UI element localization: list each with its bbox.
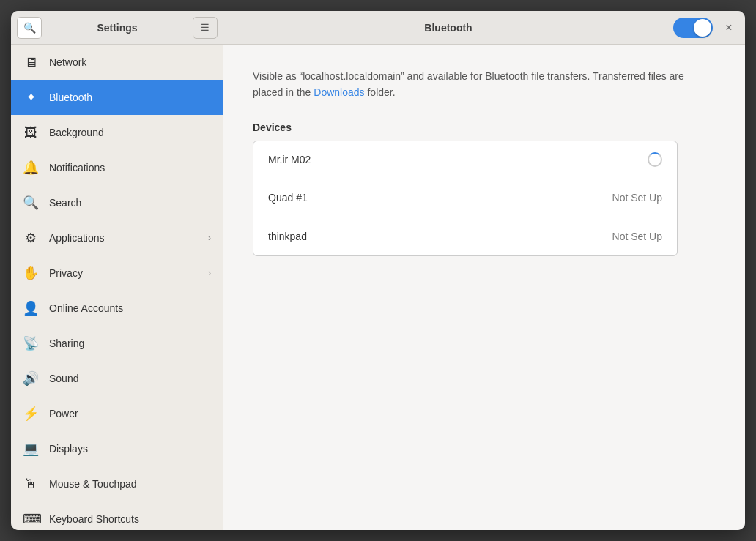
sidebar-item-sharing[interactable]: 📡 Sharing — [11, 326, 223, 361]
close-button[interactable]: × — [719, 18, 739, 38]
content-area: 🖥 Network ✦ Bluetooth 🖼 Background 🔔 Not… — [11, 45, 745, 530]
titlebar: 🔍 Settings ☰ Bluetooth × — [11, 11, 745, 45]
page-title: Bluetooth — [424, 22, 472, 34]
online-accounts-icon: 👤 — [23, 300, 39, 316]
sidebar-item-background[interactable]: 🖼 Background — [11, 115, 223, 150]
sidebar-item-privacy[interactable]: ✋ Privacy › — [11, 255, 223, 291]
device-name-mr-m02: Mr.ir M02 — [268, 154, 648, 165]
sidebar-item-bluetooth[interactable]: ✦ Bluetooth — [11, 80, 223, 115]
connecting-spinner — [648, 152, 662, 167]
sidebar-item-mouse-touchpad[interactable]: 🖱 Mouse & Touchpad — [11, 466, 223, 501]
device-name-thinkpad: thinkpad — [268, 231, 612, 242]
device-row-mr-m02[interactable]: Mr.ir M02 — [253, 141, 677, 179]
keyboard-icon: ⌨ — [23, 511, 39, 527]
sidebar-item-displays[interactable]: 💻 Displays — [11, 431, 223, 466]
titlebar-center: Bluetooth — [223, 22, 673, 34]
downloads-link[interactable]: Downloads — [314, 86, 364, 98]
sidebar-label-sharing: Sharing — [49, 337, 211, 349]
devices-list: Mr.ir M02 Quad #1 Not Set Up thinkpad No… — [253, 141, 678, 256]
main-panel: Visible as “localhost.localdomain” and a… — [223, 45, 745, 530]
device-row-quad1[interactable]: Quad #1 Not Set Up — [253, 179, 677, 217]
sidebar-item-search[interactable]: 🔍 Search — [11, 185, 223, 220]
sidebar-label-search: Search — [49, 197, 211, 209]
sidebar-label-privacy: Privacy — [49, 267, 198, 279]
sidebar-item-keyboard-shortcuts[interactable]: ⌨ Keyboard Shortcuts — [11, 501, 223, 530]
settings-window: 🔍 Settings ☰ Bluetooth × 🖥 Network ✦ — [11, 11, 745, 530]
sidebar-item-network[interactable]: 🖥 Network — [11, 45, 223, 80]
settings-title: Settings — [45, 22, 190, 34]
sidebar-label-background: Background — [49, 127, 211, 138]
power-icon: ⚡ — [23, 406, 39, 422]
mouse-icon: 🖱 — [23, 477, 39, 492]
sidebar-label-mouse-touchpad: Mouse & Touchpad — [49, 478, 211, 490]
titlebar-left: 🔍 Settings ☰ — [11, 17, 223, 39]
device-name-quad1: Quad #1 — [268, 192, 612, 204]
sharing-icon: 📡 — [23, 335, 39, 351]
sidebar-item-online-accounts[interactable]: 👤 Online Accounts — [11, 291, 223, 326]
sound-icon: 🔊 — [23, 370, 39, 387]
sidebar-label-displays: Displays — [49, 443, 211, 455]
applications-arrow: › — [208, 233, 211, 243]
applications-icon: ⚙ — [23, 230, 39, 246]
bluetooth-icon: ✦ — [23, 89, 39, 105]
devices-heading: Devices — [253, 122, 716, 133]
sidebar-item-sound[interactable]: 🔊 Sound — [11, 361, 223, 396]
displays-icon: 💻 — [23, 441, 39, 457]
sidebar-label-keyboard-shortcuts: Keyboard Shortcuts — [49, 513, 211, 525]
network-icon: 🖥 — [23, 55, 39, 70]
sidebar-label-online-accounts: Online Accounts — [49, 302, 211, 314]
device-status-thinkpad: Not Set Up — [612, 231, 662, 242]
info-text-end: folder. — [365, 86, 396, 98]
sidebar: 🖥 Network ✦ Bluetooth 🖼 Background 🔔 Not… — [11, 45, 223, 530]
background-icon: 🖼 — [23, 125, 39, 141]
sidebar-item-notifications[interactable]: 🔔 Notifications — [11, 150, 223, 185]
toggle-knob — [694, 19, 711, 37]
bluetooth-toggle[interactable] — [673, 18, 713, 38]
notifications-icon: 🔔 — [23, 160, 39, 176]
device-row-thinkpad[interactable]: thinkpad Not Set Up — [253, 217, 677, 255]
sidebar-label-notifications: Notifications — [49, 162, 211, 174]
titlebar-right: × — [673, 18, 745, 38]
search-icon: 🔍 — [23, 22, 36, 34]
sidebar-label-network: Network — [49, 56, 211, 68]
bluetooth-info: Visible as “localhost.localdomain” and a… — [253, 68, 716, 101]
device-status-quad1: Not Set Up — [612, 192, 662, 204]
hamburger-button[interactable]: ☰ — [193, 17, 218, 39]
search-sidebar-icon: 🔍 — [23, 195, 39, 211]
hamburger-icon: ☰ — [201, 22, 210, 33]
sidebar-item-power[interactable]: ⚡ Power — [11, 396, 223, 431]
sidebar-item-applications[interactable]: ⚙ Applications › — [11, 220, 223, 255]
sidebar-label-power: Power — [49, 408, 211, 419]
sidebar-label-bluetooth: Bluetooth — [49, 92, 211, 103]
privacy-icon: ✋ — [23, 265, 39, 281]
privacy-arrow: › — [208, 268, 211, 278]
search-button[interactable]: 🔍 — [17, 17, 42, 39]
sidebar-label-applications: Applications — [49, 232, 198, 244]
sidebar-label-sound: Sound — [49, 373, 211, 384]
